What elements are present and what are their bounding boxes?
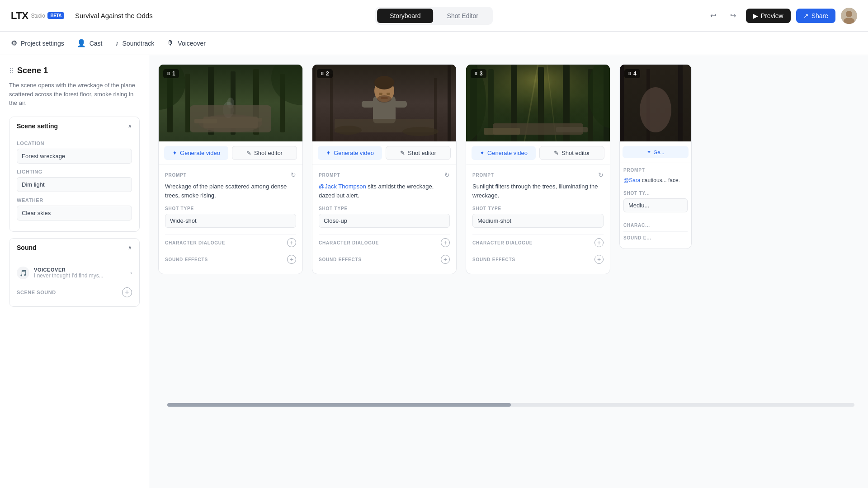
scene-title: Scene 1 (17, 66, 48, 75)
sound-effects-label-3: SOUND EFFECTS (472, 257, 515, 262)
shot-editor-button-3[interactable]: ✎ Shot editor (539, 146, 604, 160)
shot-actions-2: ✦ Generate video ✎ Shot editor (312, 141, 456, 165)
voiceover-icon: 🎵 (17, 267, 29, 279)
shot-body-1: PROMPT ↻ Wreckage of the plane scattered… (159, 165, 302, 274)
shot-card-4: ⠿ 4 ✦ Ge... PROMPT @Sara cautious... f (619, 64, 692, 249)
refresh-prompt-button-1[interactable]: ↻ (291, 171, 296, 178)
voiceover-info: VOICEOVER I never thought I'd find mys..… (34, 267, 126, 279)
sound-effects-row-4: SOUND E... (623, 231, 688, 244)
sound-section: Sound ∧ 🎵 VOICEOVER I never thought I'd … (9, 238, 140, 307)
sound-section-header[interactable]: Sound ∧ (9, 239, 139, 257)
scene-header: ⠿ Scene 1 (9, 66, 140, 75)
generate-icon-4: ✦ (647, 149, 651, 155)
generate-video-button-1[interactable]: ✦ Generate video (164, 146, 228, 160)
add-character-dialogue-button-2[interactable]: + (441, 238, 450, 247)
add-sound-effects-button-2[interactable]: + (441, 255, 450, 264)
toolbar: ⚙ Project settings 👤 Cast ♪ Soundtrack 🎙… (0, 32, 868, 55)
redo-button[interactable]: ↪ (726, 9, 741, 23)
scene-setting-header[interactable]: Scene setting ∧ (9, 117, 139, 135)
shot-thumbnail-2: ⠿ 2 (312, 65, 456, 141)
prompt-text-3: Sunlight filters through the trees, illu… (472, 182, 604, 200)
shot-type-label-4: SHOT TY... (623, 191, 688, 196)
svg-point-57 (640, 87, 671, 132)
svg-rect-14 (244, 118, 262, 122)
generate-video-button-2[interactable]: ✦ Generate video (318, 146, 382, 160)
add-sound-effects-button-1[interactable]: + (287, 255, 296, 264)
svg-rect-21 (312, 65, 316, 141)
topbar: LTX Studio BETA Survival Against the Odd… (0, 0, 868, 32)
shot-type-value-1: Wide-shot (165, 214, 296, 228)
generate-video-button-4[interactable]: ✦ Ge... (623, 146, 689, 158)
sidebar: ⠿ Scene 1 The scene opens with the wreck… (0, 55, 149, 488)
shot-body-3: PROMPT ↻ Sunlight filters through the tr… (466, 165, 610, 274)
shot-number-3: 3 (480, 70, 483, 77)
add-character-dialogue-button-1[interactable]: + (287, 238, 296, 247)
svg-rect-12 (203, 117, 258, 128)
preview-button[interactable]: ▶ Preview (746, 9, 791, 23)
tab-storyboard[interactable]: Storyboard (377, 9, 433, 23)
scene-setting-body: LOCATION LIGHTING WEATHER (9, 135, 139, 231)
share-button[interactable]: ↗ Share (796, 9, 835, 23)
shot-image-1 (159, 65, 302, 141)
generate-icon-2: ✦ (326, 150, 331, 156)
add-sound-effects-button-3[interactable]: + (594, 255, 604, 264)
edit-icon-2: ✎ (400, 150, 405, 156)
refresh-prompt-button-3[interactable]: ↻ (598, 171, 604, 178)
cast-item[interactable]: 👤 Cast (77, 39, 103, 47)
prompt-header-3: PROMPT ↻ (472, 171, 604, 178)
location-input[interactable] (17, 149, 132, 164)
music-icon: ♪ (115, 39, 119, 47)
weather-input[interactable] (17, 206, 132, 221)
add-character-dialogue-button-3[interactable]: + (594, 238, 604, 247)
mention-jack: @Jack Thompson (319, 183, 366, 190)
character-dialogue-label-4: CHARAC... (623, 223, 650, 228)
soundtrack-item[interactable]: ♪ Soundtrack (115, 39, 155, 47)
edit-icon-1: ✎ (246, 150, 251, 156)
scene-sound-row: SCENE SOUND + (17, 284, 132, 301)
shot-body-4: PROMPT @Sara cautious... face. SHOT TY..… (620, 163, 691, 249)
shot-thumbnail-4: ⠿ 4 (620, 65, 691, 141)
add-scene-sound-button[interactable]: + (122, 287, 132, 297)
avatar[interactable] (841, 8, 857, 24)
shot-number-1: 1 (172, 70, 175, 77)
svg-point-11 (199, 114, 262, 132)
svg-rect-32 (362, 101, 374, 108)
voiceover-item[interactable]: 🎵 VOICEOVER I never thought I'd find mys… (17, 262, 132, 284)
svg-rect-7 (208, 67, 214, 135)
prompt-label-1: PROMPT (165, 173, 187, 178)
svg-rect-28 (379, 93, 382, 95)
logo: LTX Studio BETA (11, 10, 64, 22)
character-dialogue-row-3: CHARACTER DIALOGUE + (472, 234, 604, 251)
logo-ltx: LTX (11, 10, 28, 22)
drag-dots-icon-2: ⠿ (321, 71, 324, 76)
shot-card-3: ⠿ 3 ✦ Generate video ✎ Shot editor (466, 64, 610, 274)
shot-actions-3: ✦ Generate video ✎ Shot editor (466, 141, 610, 165)
shot-actions-1: ✦ Generate video ✎ Shot editor (159, 141, 302, 165)
voiceover-item[interactable]: 🎙 Voiceover (167, 39, 205, 47)
generate-video-button-3[interactable]: ✦ Generate video (472, 146, 536, 160)
generate-icon-3: ✦ (480, 150, 485, 156)
tab-shot-editor[interactable]: Shot Editor (434, 9, 491, 23)
sound-effects-row-3: SOUND EFFECTS + (472, 251, 604, 267)
scene-sound-label: SCENE SOUND (17, 290, 56, 295)
undo-button[interactable]: ↩ (706, 9, 721, 23)
sound-section-body: 🎵 VOICEOVER I never thought I'd find mys… (9, 257, 139, 306)
shot-body-2: PROMPT ↻ @Jack Thompson sits amidst the … (312, 165, 456, 274)
weather-label: WEATHER (17, 197, 132, 203)
shot-number-4: 4 (633, 70, 637, 77)
svg-rect-56 (678, 65, 683, 141)
project-settings-item[interactable]: ⚙ Project settings (11, 39, 64, 47)
settings-icon: ⚙ (11, 39, 17, 47)
horizontal-scrollbar[interactable] (167, 403, 511, 407)
lighting-label: LIGHTING (17, 169, 132, 174)
shot-editor-button-2[interactable]: ✎ Shot editor (386, 146, 451, 160)
main: ⠿ Scene 1 The scene opens with the wreck… (0, 55, 868, 488)
shot-thumbnail-3: ⠿ 3 (466, 65, 610, 141)
shot-editor-button-1[interactable]: ✎ Shot editor (232, 146, 297, 160)
prompt-label-2: PROMPT (319, 173, 340, 178)
sound-effects-label-4: SOUND E... (623, 235, 651, 240)
sound-effects-row-2: SOUND EFFECTS + (319, 251, 450, 267)
lighting-input[interactable] (17, 177, 132, 192)
shot-number-2: 2 (326, 70, 329, 77)
refresh-prompt-button-2[interactable]: ↻ (444, 171, 450, 178)
